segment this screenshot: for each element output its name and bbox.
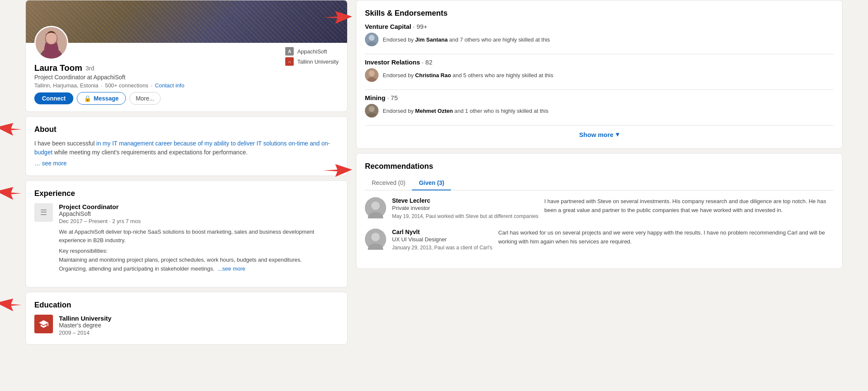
endorsement-text-1: Endorsed by Jim Santana and 7 others who… bbox=[383, 36, 550, 43]
company-link-2[interactable]: ∩ Tallinn University bbox=[285, 57, 339, 66]
company2-icon: ∩ bbox=[285, 57, 294, 66]
degree-badge: 3rd bbox=[86, 65, 94, 72]
profile-name: Laura Toom 3rd bbox=[34, 63, 285, 73]
exp-key-responsibilities: Key responsibilities: bbox=[59, 248, 339, 254]
skill-name-1: Venture Capital · 99+ bbox=[365, 23, 834, 30]
rec-avatar-1 bbox=[365, 197, 386, 218]
endorsement-text-2: Endorsed by Christina Rao and 5 others w… bbox=[383, 72, 553, 78]
connect-button[interactable]: Connect bbox=[34, 92, 73, 104]
exp-description: We at AppachiSoft deliver top-niche SaaS… bbox=[59, 228, 339, 244]
avatar bbox=[34, 26, 68, 60]
exp-dates: Dec 2017 – Present · 2 yrs 7 mos bbox=[59, 218, 339, 224]
rec-text-1: I have partnered with Steve on several i… bbox=[544, 197, 834, 220]
rec-tabs: Received (0) Given (3) bbox=[365, 176, 834, 190]
experience-item: ☰ Project Coordinator AppachiSoft Dec 20… bbox=[34, 203, 339, 274]
skill-count-3: · 75 bbox=[387, 94, 398, 101]
company1-icon: A bbox=[285, 47, 294, 56]
skills-title: Skills & Endorsements bbox=[365, 9, 834, 18]
skills-arrow bbox=[323, 9, 352, 28]
skills-section: Skills & Endorsements Venture Capital · … bbox=[356, 0, 843, 149]
profile-actions: Connect 🔒 Message More... bbox=[34, 92, 285, 105]
skill-item-3: Mining · 75 Endorsed by Mehmet Ozten and… bbox=[365, 94, 834, 117]
recommendations-section: Recommendations Received (0) Given (3) S… bbox=[356, 153, 843, 269]
svg-point-18 bbox=[371, 233, 380, 241]
about-see-more[interactable]: … see more bbox=[34, 160, 67, 167]
chevron-down-icon: ▾ bbox=[616, 131, 619, 138]
tab-given[interactable]: Given (3) bbox=[412, 176, 451, 190]
exp-see-more[interactable]: ...see more bbox=[218, 265, 245, 272]
exp-bullets: Maintaining and monitoring project plans… bbox=[59, 256, 339, 274]
skill-item-2: Investor Relations · 82 Endorsed by Chri… bbox=[365, 59, 834, 82]
exp-company-icon: ☰ bbox=[34, 203, 53, 222]
rec-name-2: Carl Nyvlt bbox=[392, 229, 492, 235]
rec-text-2: Carl has worked for us on several projec… bbox=[498, 229, 834, 251]
exp-company: AppachiSoft bbox=[59, 210, 339, 217]
edu-years: 2009 – 2014 bbox=[59, 330, 111, 336]
edu-degree: Master's degree bbox=[59, 322, 111, 329]
svg-point-6 bbox=[369, 35, 375, 41]
exp-job-title: Project Coordinator bbox=[59, 203, 339, 210]
rec-relationship-1: May 19, 2014, Paul worked with Steve but… bbox=[392, 213, 538, 220]
svg-point-9 bbox=[369, 70, 375, 76]
more-button[interactable]: More... bbox=[129, 92, 161, 105]
rec-avatar-2 bbox=[365, 229, 386, 250]
about-title: About bbox=[34, 125, 339, 134]
endorser-avatar-2 bbox=[365, 68, 378, 82]
endorser-avatar-3 bbox=[365, 104, 378, 117]
skill-count-2: · 82 bbox=[422, 59, 432, 66]
skill-name-3: Mining · 75 bbox=[365, 94, 834, 101]
rec-item-2: Carl Nyvlt UX UI Visual Designer January… bbox=[365, 229, 834, 251]
edu-school-name: Tallinn University bbox=[59, 315, 111, 322]
education-arrow bbox=[0, 296, 22, 313]
rec-relationship-2: January 29, 2013, Paul was a client of C… bbox=[392, 244, 492, 251]
profile-title: Project Coordinator at AppachiSoft bbox=[34, 74, 285, 81]
show-more-skills[interactable]: Show more ▾ bbox=[365, 125, 834, 140]
endorser-avatar-1 bbox=[365, 33, 378, 46]
about-section: About I have been successful in my IT ma… bbox=[25, 116, 348, 176]
svg-point-15 bbox=[371, 201, 380, 210]
rec-name-1: Steve Leclerc bbox=[392, 197, 538, 204]
skill-count-1: · 99+ bbox=[413, 23, 427, 30]
experience-section: Experience ☰ Project Coordinator Appachi… bbox=[25, 180, 348, 288]
recommendations-arrow bbox=[323, 162, 352, 181]
svg-point-12 bbox=[369, 106, 375, 112]
endorsement-text-3: Endorsed by Mehmet Ozten and 1 other who… bbox=[383, 108, 548, 114]
company-links: A AppachiSoft ∩ Tallinn University bbox=[285, 47, 339, 66]
about-text: I have been successful in my IT manageme… bbox=[34, 139, 339, 157]
about-arrow bbox=[0, 121, 22, 138]
company-link-1[interactable]: A AppachiSoft bbox=[285, 47, 339, 56]
rec-role-1: Private investor bbox=[392, 205, 538, 211]
lock-icon: 🔒 bbox=[84, 95, 91, 102]
education-title: Education bbox=[34, 301, 339, 310]
contact-info-link[interactable]: Contact info bbox=[155, 82, 184, 89]
profile-meta: Tallinn, Harjumaa, Estonia · 500+ connec… bbox=[34, 82, 285, 89]
education-section: Education Tallinn University Master's de… bbox=[25, 292, 348, 345]
svg-point-4 bbox=[46, 32, 56, 44]
education-item: Tallinn University Master's degree 2009 … bbox=[34, 315, 339, 336]
rec-role-2: UX UI Visual Designer bbox=[392, 236, 492, 243]
message-button[interactable]: 🔒 Message bbox=[77, 92, 126, 105]
recommendations-title: Recommendations bbox=[365, 162, 834, 171]
edu-school-icon bbox=[34, 315, 53, 333]
experience-arrow bbox=[0, 185, 22, 202]
skill-name-2: Investor Relations · 82 bbox=[365, 59, 834, 66]
skill-item-1: Venture Capital · 99+ Endorsed by Jim Sa… bbox=[365, 23, 834, 46]
rec-item-1: Steve Leclerc Private investor May 19, 2… bbox=[365, 197, 834, 220]
tab-received[interactable]: Received (0) bbox=[365, 176, 412, 190]
experience-title: Experience bbox=[34, 189, 339, 198]
